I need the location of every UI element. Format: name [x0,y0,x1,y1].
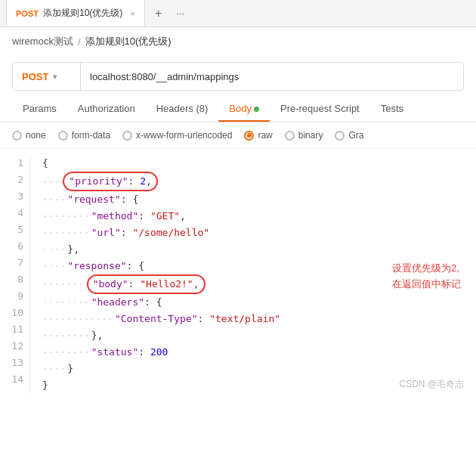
tab-prerequest[interactable]: Pre-request Script [270,97,370,122]
code-area[interactable]: 1 2 3 4 5 6 7 8 9 10 11 12 13 14 { ····"… [0,149,476,400]
radio-binary[interactable] [285,131,295,141]
method-label: POST [22,71,48,82]
body-active-dot [254,107,259,112]
tab-params[interactable]: Params [12,97,67,122]
code-line-4: ········"method": "GET", [42,208,464,225]
code-line-10: ············"Content-Type": "text/plain" [42,311,464,327]
code-content[interactable]: { ····"priority": 2, ····"request": { ··… [30,155,476,394]
radio-raw[interactable] [244,131,254,141]
method-select[interactable]: POST ▾ [13,63,81,90]
tab-close-button[interactable]: × [130,9,134,18]
tab-authorization[interactable]: Authorization [67,97,146,122]
request-line: POST ▾ [12,62,464,91]
code-line-1: { [42,155,464,172]
breadcrumb-current: 添加规则10(优先级) [85,35,172,48]
body-type-formdata[interactable]: form-data [58,130,110,141]
more-tabs-button[interactable]: ··· [172,7,189,20]
active-tab[interactable]: POST 添加规则10(优先级) × [6,0,145,26]
radio-urlencoded[interactable] [122,131,132,141]
tab-label: 添加规则10(优先级) [43,7,122,20]
tab-headers[interactable]: Headers (8) [146,97,219,122]
breadcrumb: wiremock测试 / 添加规则10(优先级) [0,27,476,56]
code-line-7: ····"response": { [42,258,464,274]
body-type-binary[interactable]: binary [285,130,323,141]
code-line-11: ········}, [42,327,464,344]
body-type-graphql[interactable]: Gra [335,130,363,141]
tab-method-badge: POST [16,9,39,18]
code-line-5: ········"url": "/some/hello" [42,225,464,241]
breadcrumb-separator: / [78,36,81,48]
code-line-6: ····}, [42,241,464,258]
code-line-2: ····"priority": 2, [42,172,464,191]
breadcrumb-parent[interactable]: wiremock测试 [12,35,73,48]
tab-body[interactable]: Body [218,97,270,122]
csdn-watermark: CSDN @毛奇志 [399,378,464,391]
tab-bar: POST 添加规则10(优先级) × + ··· [0,0,476,27]
radio-graphql[interactable] [335,131,345,141]
code-line-3: ····"request": { [42,191,464,208]
sub-tabs: Params Authorization Headers (8) Body Pr… [0,97,476,122]
line-numbers: 1 2 3 4 5 6 7 8 9 10 11 12 13 14 [0,155,30,394]
radio-none[interactable] [12,131,22,141]
code-line-8: ········"body": "Hello2!", [42,274,464,294]
method-chevron-icon: ▾ [53,73,57,81]
url-input[interactable] [81,63,463,90]
body-type-none[interactable]: none [12,130,46,141]
tab-tests[interactable]: Tests [370,97,414,122]
code-line-12: ········"status": 200 [42,344,464,361]
code-line-9: ········"headers": { [42,294,464,311]
body-type-raw[interactable]: raw [244,130,272,141]
body-type-selectors: none form-data x-www-form-urlencoded raw… [0,122,476,149]
code-editor: 1 2 3 4 5 6 7 8 9 10 11 12 13 14 { ····"… [0,149,476,400]
code-line-13: ····} [42,361,464,377]
new-tab-button[interactable]: + [148,3,169,24]
body-type-urlencoded[interactable]: x-www-form-urlencoded [122,130,232,141]
radio-formdata[interactable] [58,131,68,141]
